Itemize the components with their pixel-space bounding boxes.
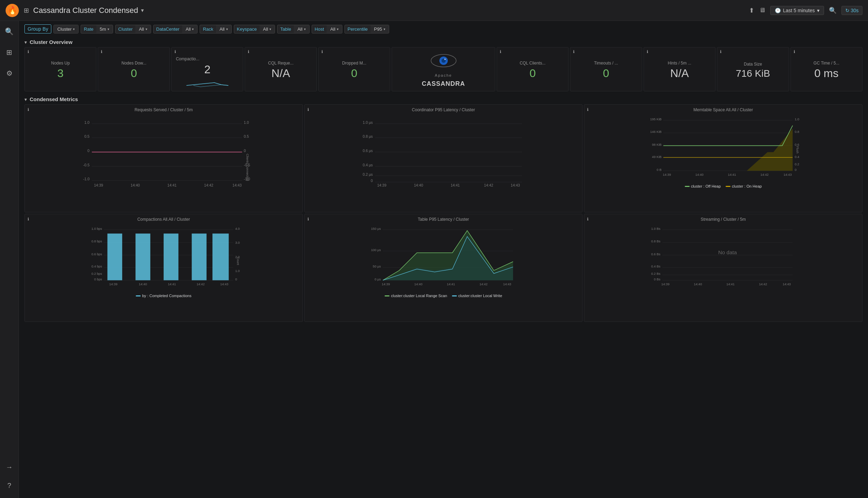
filter-datacenter[interactable]: DataCenter All ▾ bbox=[153, 25, 198, 33]
info-icon[interactable]: ℹ bbox=[720, 50, 721, 54]
topbar-right: ⬆ 🖥 🕐 Last 5 minutes ▾ 🔍 ↻ 30s bbox=[749, 6, 862, 15]
info-icon[interactable]: ℹ bbox=[28, 50, 29, 54]
tv-icon[interactable]: 🖥 bbox=[759, 7, 765, 14]
app-logo: 🔥 bbox=[6, 4, 19, 17]
stat-title: Timeouts / ... bbox=[594, 61, 618, 66]
stat-card-body: Hints / 5m ... N/A bbox=[648, 51, 711, 88]
stat-title: Nodes Up bbox=[51, 61, 70, 66]
svg-text:14:42: 14:42 bbox=[204, 183, 213, 187]
svg-text:0: 0 bbox=[244, 149, 246, 153]
svg-text:0.2 bps: 0.2 bps bbox=[91, 272, 102, 276]
info-icon[interactable]: ℹ bbox=[175, 50, 176, 54]
page-title: Cassandra Cluster Condensed ▾ bbox=[33, 6, 144, 15]
svg-text:100 µs: 100 µs bbox=[371, 248, 381, 252]
cluster-overview-title: Cluster Overview bbox=[30, 39, 73, 45]
filterbar: Group By Cluster ▾ Rate 5m ▾ Cluster All… bbox=[24, 21, 862, 36]
stat-cards-row: ℹ Nodes Up 3 ℹ Nodes Dow... 0 ℹ Compacti… bbox=[24, 47, 862, 91]
svg-text:14:41: 14:41 bbox=[451, 183, 460, 187]
svg-text:0.4 Bs: 0.4 Bs bbox=[651, 265, 661, 268]
chart-info-icon[interactable]: ℹ bbox=[28, 107, 29, 112]
group-by-label[interactable]: Group By bbox=[24, 24, 51, 33]
legend-on-heap: cluster : On Heap bbox=[726, 184, 762, 188]
title-dropdown-arrow[interactable]: ▾ bbox=[141, 7, 144, 14]
svg-text:14:40: 14:40 bbox=[131, 183, 140, 187]
stat-value: 3 bbox=[57, 67, 64, 80]
sidebar-item-help[interactable]: ? bbox=[5, 479, 14, 492]
filter-table[interactable]: Table All ▾ bbox=[277, 25, 310, 33]
svg-point-3 bbox=[444, 59, 446, 60]
sidebar-item-login[interactable]: → bbox=[3, 460, 16, 474]
svg-text:Flush: Flush bbox=[796, 146, 799, 153]
stat-card-cql-clients: ℹ CQL Clients... 0 bbox=[497, 47, 569, 91]
condensed-metrics-header[interactable]: ▾ Condensed Metrics bbox=[24, 93, 862, 104]
stat-card-gc-time: ℹ GC Time / 5... 0 ms bbox=[791, 47, 862, 91]
svg-text:0.5: 0.5 bbox=[84, 134, 90, 138]
metrics-grid: ℹ Requests Served / Cluster / 5m 1.0 0.5… bbox=[24, 104, 862, 322]
time-range-label: Last 5 minutes bbox=[783, 8, 815, 13]
filter-rack[interactable]: Rack All ▾ bbox=[200, 25, 231, 33]
svg-text:14:43: 14:43 bbox=[232, 183, 242, 187]
filter-rate[interactable]: Rate 5m ▾ bbox=[81, 25, 113, 33]
svg-text:14:39: 14:39 bbox=[109, 282, 117, 286]
info-icon[interactable]: ℹ bbox=[101, 50, 102, 54]
chart-info-icon[interactable]: ℹ bbox=[307, 107, 309, 112]
chart-requests-served: ℹ Requests Served / Cluster / 5m 1.0 0.5… bbox=[24, 104, 303, 212]
sparkline-chart bbox=[176, 78, 239, 88]
sidebar-item-settings[interactable]: ⚙ bbox=[3, 66, 15, 80]
info-icon[interactable]: ℹ bbox=[647, 50, 648, 54]
svg-text:0 µs: 0 µs bbox=[374, 278, 381, 281]
svg-text:3.0: 3.0 bbox=[235, 241, 240, 244]
stat-card-body: Dropped M... 0 bbox=[323, 51, 386, 88]
svg-text:98 KiB: 98 KiB bbox=[652, 143, 661, 146]
info-icon[interactable]: ℹ bbox=[248, 50, 249, 54]
filter-host[interactable]: Host All ▾ bbox=[312, 25, 342, 33]
cluster-overview-header[interactable]: ▾ Cluster Overview bbox=[24, 36, 862, 47]
info-icon[interactable]: ℹ bbox=[500, 50, 501, 54]
svg-text:14:42: 14:42 bbox=[759, 282, 767, 286]
sidebar-item-dashboards[interactable]: ⊞ bbox=[3, 45, 15, 59]
stat-title: Nodes Dow... bbox=[121, 61, 146, 66]
page-title-text: Cassandra Cluster Condensed bbox=[33, 6, 138, 15]
svg-text:50 µs: 50 µs bbox=[373, 265, 381, 268]
svg-text:0.8: 0.8 bbox=[795, 130, 799, 134]
svg-text:14:39: 14:39 bbox=[661, 282, 669, 286]
section-chevron-icon: ▾ bbox=[24, 39, 27, 45]
svg-text:0 Bs: 0 Bs bbox=[654, 278, 661, 281]
stat-value: 0 ms bbox=[814, 67, 838, 80]
svg-text:0.4 µs: 0.4 µs bbox=[363, 163, 373, 167]
legend-color bbox=[726, 186, 730, 187]
info-icon[interactable]: ℹ bbox=[573, 50, 574, 54]
search-icon[interactable]: 🔍 bbox=[829, 7, 837, 14]
legend-range-scan: cluster:cluster Local Range Scan bbox=[385, 294, 447, 298]
stat-title: CQL Reque... bbox=[268, 61, 294, 66]
chart-svg: 195 KiB 146 KiB 98 KiB 49 KiB 0 B 1.0 0.… bbox=[587, 114, 859, 182]
refresh-icon: ↻ bbox=[845, 8, 850, 13]
info-icon[interactable]: ℹ bbox=[321, 50, 323, 54]
svg-text:0 bps: 0 bps bbox=[94, 278, 102, 281]
stat-value: 0 bbox=[351, 67, 357, 80]
filter-percentile[interactable]: Percentile P95 ▾ bbox=[344, 25, 389, 33]
svg-text:1.0: 1.0 bbox=[244, 120, 249, 124]
stat-card-nodes-down: ℹ Nodes Dow... 0 bbox=[98, 47, 170, 91]
filter-keyspace[interactable]: Keyspace All ▾ bbox=[234, 25, 275, 33]
chart-info-icon[interactable]: ℹ bbox=[587, 217, 588, 221]
chart-info-icon[interactable]: ℹ bbox=[587, 107, 588, 112]
info-icon[interactable]: ℹ bbox=[794, 50, 795, 54]
chart-info-icon[interactable]: ℹ bbox=[28, 217, 29, 221]
share-icon[interactable]: ⬆ bbox=[749, 7, 754, 14]
svg-text:0.6 µs: 0.6 µs bbox=[363, 149, 373, 153]
refresh-button[interactable]: ↻ 30s bbox=[841, 6, 862, 15]
sidebar-item-search[interactable]: 🔍 bbox=[2, 24, 16, 38]
svg-text:1.0: 1.0 bbox=[235, 269, 240, 273]
svg-text:1.0 Bs: 1.0 Bs bbox=[651, 227, 661, 231]
svg-text:-0.5: -0.5 bbox=[83, 163, 89, 167]
filter-cluster-type[interactable]: Cluster ▾ bbox=[53, 25, 79, 33]
filter-cluster[interactable]: Cluster All ▾ bbox=[115, 25, 151, 33]
svg-text:Clients Connected: Clients Connected bbox=[246, 154, 250, 181]
time-range-picker[interactable]: 🕐 Last 5 minutes ▾ bbox=[770, 6, 824, 15]
chart-info-icon[interactable]: ℹ bbox=[307, 217, 309, 221]
stat-title: GC Time / 5... bbox=[814, 61, 839, 66]
svg-text:0.8 bps: 0.8 bps bbox=[91, 240, 102, 243]
chart-compactions: ℹ Compactions All.All / Cluster 1.0 bps … bbox=[24, 214, 303, 322]
svg-text:0: 0 bbox=[371, 179, 373, 183]
